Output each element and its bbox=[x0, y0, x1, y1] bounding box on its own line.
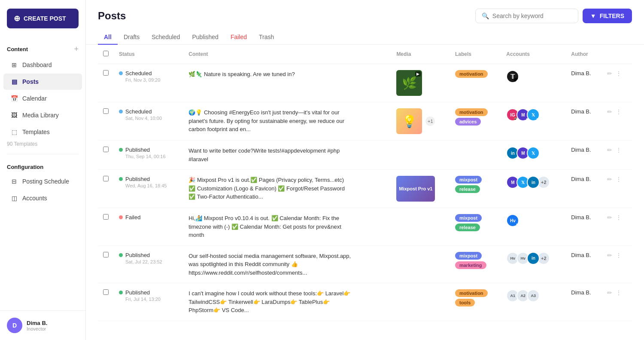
status-dot bbox=[119, 110, 123, 113]
more-icon[interactable]: ⋮ bbox=[616, 214, 622, 221]
sidebar-user: D Dima B. Inovector bbox=[0, 310, 85, 340]
labels-cell: motivation tools bbox=[455, 289, 496, 308]
label-tag: mixpost bbox=[455, 252, 482, 260]
tab-all[interactable]: All bbox=[98, 30, 118, 45]
more-icon[interactable]: ⋮ bbox=[616, 70, 622, 77]
tab-published[interactable]: Published bbox=[186, 30, 225, 45]
main-header: Posts 🔍 ▼ FILTERS bbox=[86, 0, 644, 23]
create-post-button[interactable]: ⊕ CREATE POST bbox=[7, 9, 79, 28]
action-icons: ✏ ⋮ bbox=[607, 108, 627, 115]
tab-failed[interactable]: Failed bbox=[225, 30, 253, 45]
post-content: 🌍💡 Choosing #EnergyEco isn't just trendy… bbox=[188, 108, 352, 134]
accounts-avatars: A1 A2 A3 bbox=[506, 289, 561, 302]
more-icon[interactable]: ⋮ bbox=[616, 252, 622, 259]
sidebar-item-posts[interactable]: ▤ Posts bbox=[3, 74, 82, 90]
posts-table: Status Content Media Labels Accounts Aut… bbox=[98, 45, 632, 321]
row-checkbox[interactable] bbox=[103, 252, 109, 257]
search-icon: 🔍 bbox=[482, 12, 489, 19]
more-icon[interactable]: ⋮ bbox=[616, 108, 622, 115]
row-checkbox[interactable] bbox=[103, 70, 109, 76]
status-badge: Scheduled bbox=[119, 108, 178, 115]
post-content: 🌿🦎 Nature is speaking. Are we tuned in? bbox=[188, 70, 352, 79]
col-content: Content bbox=[183, 45, 391, 64]
status-badge: Failed bbox=[119, 214, 178, 221]
grid-icon: ⊞ bbox=[10, 61, 18, 69]
sidebar-item-dashboard[interactable]: ⊞ Dashboard bbox=[3, 57, 82, 73]
sidebar: ⊕ CREATE POST Content + ⊞ Dashboard ▤ Po… bbox=[0, 0, 86, 340]
sidebar-item-media-library[interactable]: 🖼 Media Library bbox=[3, 107, 82, 123]
more-icon[interactable]: ⋮ bbox=[616, 147, 622, 153]
search-box[interactable]: 🔍 bbox=[475, 9, 578, 23]
status-label: Failed bbox=[125, 214, 140, 221]
row-checkbox[interactable] bbox=[103, 214, 109, 220]
filter-icon: ▼ bbox=[590, 12, 596, 19]
sidebar-item-calendar[interactable]: 📅 Calendar bbox=[3, 90, 82, 107]
user-org: Inovector bbox=[27, 326, 47, 331]
select-all-checkbox[interactable] bbox=[103, 51, 109, 56]
status-date: Wed, Aug 16, 18:45 bbox=[119, 183, 178, 188]
sidebar-item-templates[interactable]: ⬚ Templates bbox=[3, 124, 82, 140]
row-checkbox[interactable] bbox=[103, 147, 109, 152]
edit-icon[interactable]: ✏ bbox=[607, 252, 612, 259]
label-tag: motivation bbox=[455, 289, 488, 297]
edit-icon[interactable]: ✏ bbox=[607, 176, 612, 183]
status-dot bbox=[119, 71, 123, 75]
row-checkbox[interactable] bbox=[103, 176, 109, 181]
platform-icon-fb: f bbox=[514, 222, 519, 227]
content-add-icon[interactable]: + bbox=[74, 45, 79, 54]
tab-drafts[interactable]: Drafts bbox=[118, 30, 146, 45]
account-avatar: 𝕏 bbox=[527, 147, 540, 159]
col-author: Author bbox=[566, 45, 602, 64]
tab-scheduled[interactable]: Scheduled bbox=[146, 30, 186, 45]
media-thumbnail: 💡 bbox=[396, 108, 422, 134]
search-input[interactable] bbox=[492, 12, 572, 19]
sidebar-item-dashboard-label: Dashboard bbox=[22, 61, 52, 68]
status-label: Scheduled bbox=[125, 70, 152, 77]
edit-icon[interactable]: ✏ bbox=[607, 70, 612, 77]
more-icon[interactable]: ⋮ bbox=[616, 289, 622, 296]
video-badge: ▶ bbox=[415, 71, 421, 77]
more-icon[interactable]: ⋮ bbox=[616, 176, 622, 183]
edit-icon[interactable]: ✏ bbox=[607, 108, 612, 115]
templates-icon: ⬚ bbox=[10, 128, 18, 136]
table-row: Scheduled Fri, Nov 3, 09:20 🌿🦎 Nature is… bbox=[98, 64, 632, 102]
status-label: Published bbox=[125, 176, 150, 182]
status-label: Published bbox=[125, 147, 150, 153]
col-status: Status bbox=[114, 45, 183, 64]
media-extra-count: +1 bbox=[425, 116, 435, 126]
accounts-avatars: Hv f bbox=[506, 214, 561, 227]
action-icons: ✏ ⋮ bbox=[607, 252, 627, 259]
table-row: Published Thu, Sep 14, 00:16 Want to wri… bbox=[98, 141, 632, 170]
label-tag: mixpost bbox=[455, 214, 482, 222]
content-section: Content + ⊞ Dashboard ▤ Posts 📅 Calendar… bbox=[0, 39, 85, 150]
label-tag: motivation bbox=[455, 70, 488, 78]
sidebar-item-posting-schedule[interactable]: ⊟ Posting Schedule bbox=[3, 173, 82, 190]
label-tag: advices bbox=[455, 118, 481, 126]
user-info: Dima B. Inovector bbox=[27, 320, 47, 331]
col-actions bbox=[602, 45, 632, 64]
status-badge: Scheduled bbox=[119, 70, 178, 77]
account-avatar: A3 bbox=[527, 289, 540, 302]
plus-icon: ⊕ bbox=[14, 14, 20, 23]
accounts-icon: ◫ bbox=[10, 194, 18, 202]
edit-icon[interactable]: ✏ bbox=[607, 214, 612, 221]
action-icons: ✏ ⋮ bbox=[607, 147, 627, 153]
avatar: D bbox=[7, 318, 22, 333]
content-section-title: Content bbox=[7, 46, 28, 52]
post-content: Want to write better code?Write tests!#a… bbox=[188, 147, 352, 163]
row-checkbox[interactable] bbox=[103, 108, 109, 114]
edit-icon[interactable]: ✏ bbox=[607, 147, 612, 153]
row-checkbox[interactable] bbox=[103, 289, 109, 295]
accounts-avatars: 𝕋 ♪ bbox=[506, 70, 561, 83]
posts-icon: ▤ bbox=[10, 78, 18, 86]
media-thumbnail: Mixpost Pro v1 bbox=[396, 176, 435, 202]
status-label: Scheduled bbox=[125, 108, 152, 115]
filters-button[interactable]: ▼ FILTERS bbox=[583, 9, 632, 23]
account-avatar: 𝕋 ♪ bbox=[506, 70, 519, 83]
main-content: Posts 🔍 ▼ FILTERS All Drafts Scheduled P… bbox=[86, 0, 644, 340]
edit-icon[interactable]: ✏ bbox=[607, 289, 612, 296]
media-thumbnail: 🌿 ▶ bbox=[396, 70, 422, 96]
configuration-section-title: Configuration bbox=[7, 164, 43, 170]
tab-trash[interactable]: Trash bbox=[253, 30, 280, 45]
sidebar-item-accounts[interactable]: ◫ Accounts bbox=[3, 190, 82, 206]
